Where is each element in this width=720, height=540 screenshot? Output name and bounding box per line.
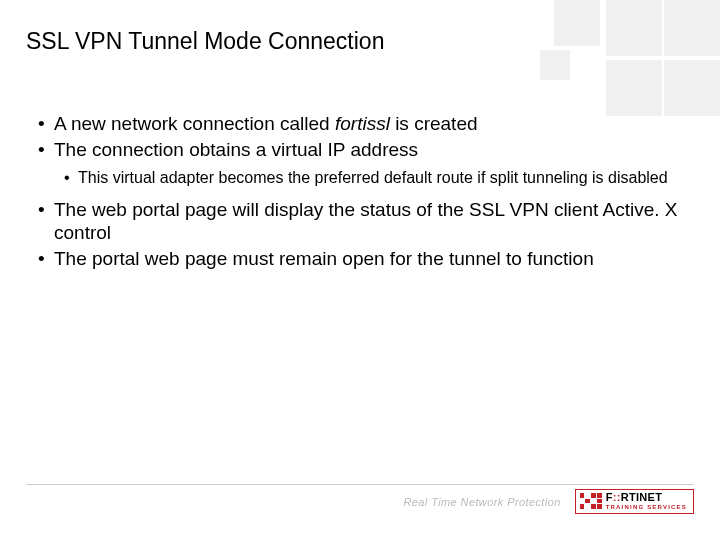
bullet-level1: • A new network connection called fortis… (38, 112, 680, 136)
logo-accent-glyph: :: (613, 491, 621, 503)
text-span: RTINET (621, 491, 663, 503)
bullet-level2: • This virtual adapter becomes the prefe… (64, 168, 680, 188)
logo-subtext: TRAINING SERVICES (606, 504, 687, 510)
logo-wordmark: F::RTINET (606, 492, 687, 503)
bullet-text: The connection obtains a virtual IP addr… (54, 138, 680, 162)
footer-tagline: Real Time Network Protection (403, 496, 560, 508)
decor-square (540, 50, 570, 80)
bullet-text: The portal web page must remain open for… (54, 247, 680, 271)
bullet-text: This virtual adapter becomes the preferr… (78, 168, 680, 188)
fortinet-logo: F::RTINET TRAINING SERVICES (575, 489, 694, 514)
decor-square (606, 60, 662, 116)
bullet-dot: • (38, 112, 54, 136)
bullet-dot: • (38, 247, 54, 271)
decor-square (606, 0, 662, 56)
logo-text: F::RTINET TRAINING SERVICES (606, 492, 687, 510)
text-span: is created (390, 113, 478, 134)
bullet-level1: • The connection obtains a virtual IP ad… (38, 138, 680, 162)
bullet-dot: • (38, 198, 54, 246)
bullet-dot: • (64, 168, 78, 188)
bullet-text: The web portal page will display the sta… (54, 198, 680, 246)
content-body: • A new network connection called fortis… (38, 110, 680, 271)
decor-squares (520, 0, 720, 120)
text-italic: fortissl (335, 113, 390, 134)
decor-square (664, 60, 720, 116)
footer: Real Time Network Protection F::RTINET T… (26, 484, 694, 514)
decor-square (664, 0, 720, 56)
bullet-dot: • (38, 138, 54, 162)
text-span: F (606, 491, 613, 503)
decor-square (554, 0, 600, 46)
text-span: A new network connection called (54, 113, 335, 134)
bullet-level1: • The portal web page must remain open f… (38, 247, 680, 271)
bullet-text: A new network connection called fortissl… (54, 112, 680, 136)
logo-mark-icon (580, 493, 602, 509)
bullet-level1: • The web portal page will display the s… (38, 198, 680, 246)
page-title: SSL VPN Tunnel Mode Connection (26, 28, 384, 55)
